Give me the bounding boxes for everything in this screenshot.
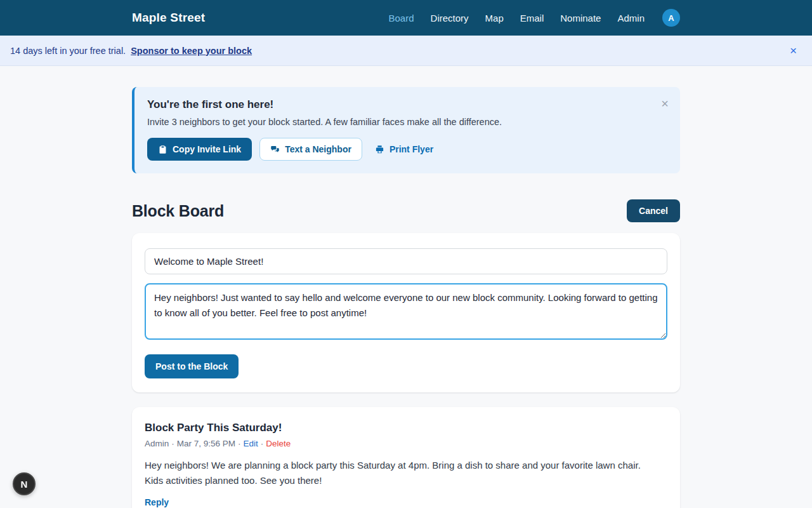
clipboard-icon [158, 145, 167, 154]
text-a-neighbor-button[interactable]: Text a Neighbor [259, 138, 362, 161]
nav-item-board[interactable]: Board [389, 13, 414, 23]
user-avatar[interactable]: A [662, 9, 680, 27]
sponsor-link[interactable]: Sponsor to keep your block [131, 46, 252, 56]
print-flyer-label: Print Flyer [390, 144, 433, 154]
invite-close-icon[interactable]: × [658, 95, 671, 112]
invite-title: You're the first one here! [147, 98, 667, 111]
nav-item-email[interactable]: Email [520, 13, 544, 23]
trial-message: 14 days left in your free trial. [10, 46, 126, 56]
invite-actions: Copy Invite Link Text a Neighbor Print F… [147, 138, 667, 161]
print-flyer-button[interactable]: Print Flyer [370, 138, 438, 161]
printer-icon [375, 145, 384, 154]
nav-item-map[interactable]: Map [485, 13, 504, 23]
meta-separator: · [171, 439, 174, 448]
post-to-block-button[interactable]: Post to the Block [145, 354, 239, 378]
cancel-button[interactable]: Cancel [627, 199, 680, 222]
nav-item-directory[interactable]: Directory [431, 13, 469, 23]
trial-banner: 14 days left in your free trial. Sponsor… [0, 36, 812, 66]
invite-subtitle: Invite 3 neighbors to get your block sta… [147, 117, 667, 127]
post-card: Block Party This Saturday! Admin·Mar 7, … [132, 407, 680, 508]
post-body-textarea[interactable]: Hey neighbors! Just wanted to say hello … [145, 283, 667, 340]
main-nav: Board Directory Map Email Nominate Admin… [389, 9, 680, 27]
post-title: Block Party This Saturday! [145, 422, 667, 434]
meta-separator: · [238, 439, 241, 448]
post-title-input[interactable] [145, 248, 667, 274]
invite-card: × You're the first one here! Invite 3 ne… [132, 87, 680, 173]
post-author: Admin [145, 439, 169, 448]
edit-link[interactable]: Edit [244, 439, 258, 448]
composer-card: Hey neighbors! Just wanted to say hello … [132, 233, 680, 392]
page-title: Block Board [132, 202, 224, 220]
banner-close-icon[interactable]: × [785, 42, 802, 59]
post-meta: Admin·Mar 7, 9:56 PM·Edit·Delete [145, 439, 667, 448]
chat-bubbles-icon [270, 145, 280, 154]
brand-logo[interactable]: Maple Street [132, 11, 205, 25]
top-navbar: Maple Street Board Directory Map Email N… [0, 0, 812, 36]
dev-tools-badge[interactable]: N [13, 472, 36, 495]
nav-item-nominate[interactable]: Nominate [560, 13, 601, 23]
meta-separator: · [261, 439, 264, 448]
copy-invite-link-label: Copy Invite Link [173, 144, 241, 154]
reply-link[interactable]: Reply [145, 497, 169, 507]
board-header: Block Board Cancel [132, 199, 680, 222]
text-a-neighbor-label: Text a Neighbor [285, 144, 351, 154]
post-timestamp: Mar 7, 9:56 PM [177, 439, 235, 448]
copy-invite-link-button[interactable]: Copy Invite Link [147, 138, 252, 161]
delete-link[interactable]: Delete [266, 439, 291, 448]
post-body: Hey neighbors! We are planning a block p… [145, 458, 662, 489]
nav-item-admin[interactable]: Admin [617, 13, 645, 23]
